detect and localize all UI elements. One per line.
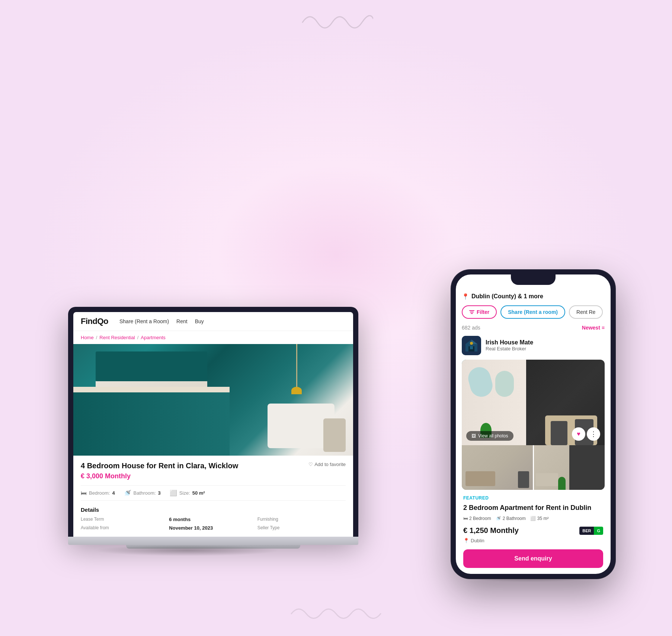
breadcrumb-rent-residential[interactable]: Rent Residential bbox=[99, 335, 135, 340]
location-bar: 📍 Dublin (County) & 1 more bbox=[462, 293, 605, 300]
feature-bathroom: 🚿 Bathroom: 3 bbox=[124, 489, 161, 497]
agent-card: Irish House Mate Real Estate Broker bbox=[462, 336, 605, 355]
rent-re-button[interactable]: Rent Re bbox=[569, 305, 603, 319]
feature-size: ⬜ Size: 50 m² bbox=[170, 489, 205, 497]
sort-button[interactable]: Newest ≡ bbox=[582, 325, 605, 331]
agent-type: Real Estate Broker bbox=[486, 346, 533, 351]
nav-buy[interactable]: Buy bbox=[195, 318, 204, 324]
filter-buttons-row: Filter Share (Rent a room) Rent Re bbox=[462, 305, 605, 319]
phone-bed-icon: 🛏 bbox=[463, 516, 468, 521]
phone-location: 📍 Dublin bbox=[463, 538, 603, 543]
phone-screen: 📍 Dublin (County) & 1 more Filter bbox=[456, 274, 611, 574]
agent-logo bbox=[462, 336, 481, 355]
ads-row: 682 ads Newest ≡ bbox=[462, 325, 605, 331]
phone-notch bbox=[511, 274, 556, 285]
phone-location-icon: 📍 bbox=[463, 538, 469, 543]
property-info: 4 Bedroom House for Rent in Clara, Wickl… bbox=[73, 456, 353, 537]
laptop-device: FindQo Share (Rent a Room) Rent Buy Home… bbox=[68, 307, 358, 549]
phone-feature-bedroom: 🛏 2 Bedroom bbox=[463, 516, 491, 521]
ber-label: BER bbox=[579, 527, 594, 535]
breadcrumb-home[interactable]: Home bbox=[81, 335, 94, 340]
filter-button[interactable]: Filter bbox=[462, 305, 497, 319]
property-features: 🛏 Bedroom: 4 🚿 Bathroom: 3 ⬜ Size: bbox=[81, 485, 346, 501]
laptop-screen-outer: FindQo Share (Rent a Room) Rent Buy Home… bbox=[68, 307, 358, 537]
agent-info: Irish House Mate Real Estate Broker bbox=[486, 339, 533, 351]
ber-rating: BER G bbox=[579, 527, 603, 535]
available-from-label: Available from bbox=[81, 525, 169, 531]
phone-property-title: 2 Bedroom Apartment for Rent in Dublin bbox=[463, 504, 603, 512]
phone-size-icon: ⬜ bbox=[530, 516, 536, 521]
ber-value: G bbox=[594, 527, 603, 535]
laptop-screen-inner: FindQo Share (Rent a Room) Rent Buy Home… bbox=[73, 312, 353, 537]
phone-outer: 📍 Dublin (County) & 1 more Filter bbox=[451, 270, 615, 578]
svg-point-8 bbox=[470, 342, 473, 345]
laptop-base bbox=[68, 537, 358, 545]
svg-rect-2 bbox=[471, 313, 473, 314]
furnishing-col-label: Furnishing bbox=[257, 517, 346, 522]
ads-count: 682 ads bbox=[462, 325, 480, 331]
more-options-button[interactable]: ⋮ bbox=[587, 427, 600, 441]
location-pin-icon: 📍 bbox=[462, 293, 469, 300]
phone-price: € 1,250 Monthly bbox=[463, 526, 519, 535]
location-text: Dublin (County) & 1 more bbox=[471, 293, 543, 300]
gallery-thumbnails bbox=[462, 445, 605, 490]
bed-icon: 🛏 bbox=[81, 490, 87, 497]
nav-rent[interactable]: Rent bbox=[176, 318, 188, 324]
featured-badge: FEATURED bbox=[463, 495, 489, 501]
property-title: 4 Bedroom House for Rent in Clara, Wickl… bbox=[81, 462, 238, 470]
add-to-favorite[interactable]: ♡ Add to favorite bbox=[308, 462, 346, 467]
gallery-thumb-1[interactable] bbox=[462, 445, 533, 490]
agent-name: Irish House Mate bbox=[486, 339, 533, 346]
sort-icon: ≡ bbox=[602, 325, 605, 331]
site-logo: FindQo bbox=[81, 317, 108, 326]
decoration-scribble-bottom bbox=[289, 603, 383, 625]
heart-button[interactable]: ♥ bbox=[572, 427, 585, 441]
phone-device: 📍 Dublin (County) & 1 more Filter bbox=[451, 270, 615, 578]
breadcrumb: Home / Rent Residential / Apartments bbox=[73, 331, 353, 344]
image-icon: 🖼 bbox=[471, 433, 476, 439]
laptop-nav: Share (Rent a Room) Rent Buy bbox=[119, 318, 204, 324]
details-section: Details Lease Term 6 months Furnishing A… bbox=[81, 507, 346, 531]
browser-nav: FindQo Share (Rent a Room) Rent Buy bbox=[73, 312, 353, 331]
heart-icon: ♡ bbox=[308, 462, 313, 467]
view-all-photos-button[interactable]: 🖼 View all photos bbox=[466, 431, 513, 441]
phone-features: 🛏 2 Bedroom 🚿 2 Bathroom ⬜ 35 m² bbox=[463, 516, 603, 521]
laptop-shadow bbox=[94, 545, 280, 556]
svg-rect-1 bbox=[470, 312, 474, 312]
phone-feature-bathroom: 🚿 2 Bathroom bbox=[496, 516, 526, 521]
filter-icon bbox=[469, 310, 474, 314]
size-icon: ⬜ bbox=[170, 489, 177, 497]
property-image bbox=[73, 344, 353, 456]
phone-content: 📍 Dublin (County) & 1 more Filter bbox=[456, 274, 611, 574]
send-enquiry-button[interactable]: Send enquiry bbox=[463, 549, 603, 568]
share-room-button[interactable]: Share (Rent a room) bbox=[500, 305, 565, 319]
bath-icon: 🚿 bbox=[124, 489, 131, 497]
phone-price-row: € 1,250 Monthly BER G bbox=[463, 526, 603, 535]
feature-bedroom: 🛏 Bedroom: 4 bbox=[81, 489, 115, 497]
gallery-thumb-2[interactable] bbox=[534, 445, 605, 490]
phone-listing: FEATURED 2 Bedroom Apartment for Rent in… bbox=[462, 494, 605, 568]
phone-feature-size: ⬜ 35 m² bbox=[530, 516, 549, 521]
svg-rect-0 bbox=[469, 310, 474, 311]
gallery-main-image: 🖼 View all photos ♥ ⋮ bbox=[462, 360, 605, 445]
available-from-value: November 10, 2023 bbox=[169, 525, 257, 531]
property-price: € 3,000 Monthly bbox=[81, 472, 346, 480]
scene: FindQo Share (Rent a Room) Rent Buy Home… bbox=[57, 58, 615, 578]
phone-bath-icon: 🚿 bbox=[496, 516, 501, 521]
nav-share-room[interactable]: Share (Rent a Room) bbox=[119, 318, 169, 324]
lease-term-label: Lease Term bbox=[81, 517, 169, 522]
details-title: Details bbox=[81, 507, 346, 513]
breadcrumb-apartments[interactable]: Apartments bbox=[141, 335, 165, 340]
decoration-scribble-top bbox=[299, 7, 373, 37]
seller-type-label: Seller Type bbox=[257, 525, 346, 531]
svg-rect-7 bbox=[470, 346, 473, 349]
details-grid: Lease Term 6 months Furnishing Available… bbox=[81, 517, 346, 531]
lease-term-value: 6 months bbox=[169, 517, 257, 522]
